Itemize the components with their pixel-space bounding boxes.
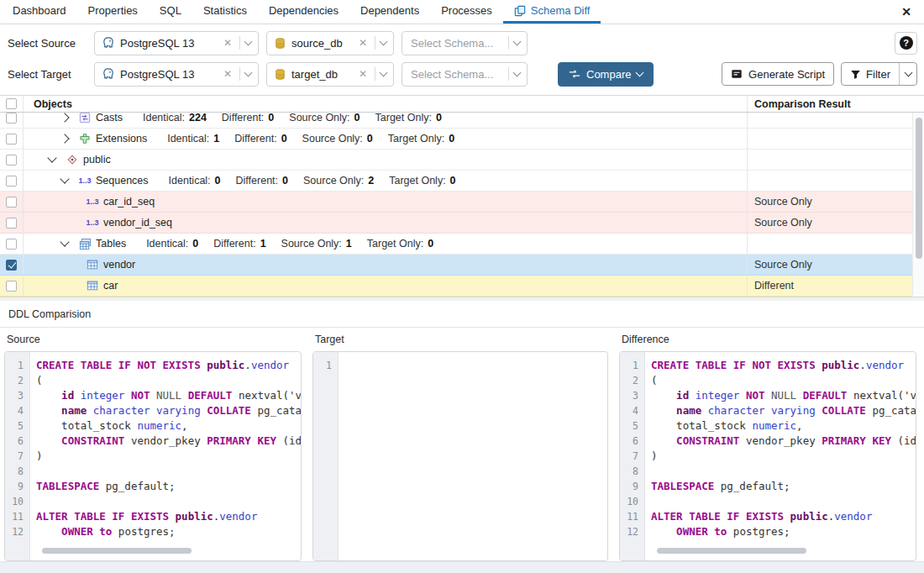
tab-properties[interactable]: Properties	[77, 0, 149, 24]
extensions-icon	[78, 133, 92, 145]
select-all-checkbox[interactable]	[6, 98, 17, 109]
grid-row[interactable]: TablesIdentical:0Different:1Source Only:…	[0, 234, 924, 255]
tab-sql[interactable]: SQL	[149, 0, 192, 24]
filter-label: Filter	[866, 68, 890, 81]
chevron-down-icon[interactable]	[244, 68, 253, 76]
generate-script-label: Generate Script	[748, 68, 825, 81]
source-database-select[interactable]: source_db ✕	[266, 31, 394, 55]
schema-diff-icon	[514, 5, 526, 17]
target-database-select[interactable]: target_db ✕	[266, 62, 394, 87]
postgresql-server-icon	[102, 67, 115, 81]
tab-schema-diff[interactable]: Schema Diff	[503, 0, 601, 24]
select-target-row: Select Target PostgreSQL 13 ✕ target_db …	[0, 60, 924, 88]
code-line: OWNER to postgres;	[36, 524, 301, 539]
stat-identical: Identical:0	[146, 238, 198, 250]
difference-ddl-panel: Difference 123456789101112CREATE TABLE I…	[619, 328, 916, 561]
row-checkbox-cell	[0, 276, 24, 296]
chevron-down-icon[interactable]	[380, 68, 388, 76]
grid-row[interactable]: 1..3car_id_seqSource Only	[0, 192, 924, 213]
code-line: id integer NOT NULL DEFAULT nextval('ven…	[651, 388, 916, 403]
target-schema-select[interactable]: Select Schema...	[402, 62, 528, 87]
line-number: 5	[5, 418, 29, 434]
clear-selection-icon[interactable]: ✕	[221, 68, 234, 80]
expand-chevron-icon[interactable]	[60, 134, 69, 143]
filter-button[interactable]: Filter	[842, 63, 899, 85]
grid-row[interactable]: CastsIdentical:224Different:0Source Only…	[0, 113, 924, 129]
row-checkbox[interactable]	[6, 197, 17, 208]
line-number: 4	[5, 403, 29, 418]
tab-dashboard[interactable]: Dashboard	[2, 0, 77, 24]
help-button[interactable]: ?	[895, 32, 917, 55]
code-area	[339, 352, 607, 560]
clear-selection-icon[interactable]: ✕	[356, 68, 370, 80]
object-cell: 1..3car_id_seq	[24, 192, 747, 212]
selected-server-value: PostgreSQL 13	[120, 68, 194, 81]
chevron-down-icon[interactable]	[513, 37, 522, 45]
clear-selection-icon[interactable]: ✕	[221, 37, 234, 49]
target-code-editor[interactable]: 1	[312, 351, 608, 561]
line-number: 11	[620, 509, 644, 524]
target-panel-label: Target	[312, 328, 608, 351]
difference-code-editor[interactable]: 123456789101112CREATE TABLE IF NOT EXIST…	[619, 351, 916, 561]
code-line: CREATE TABLE IF NOT EXISTS public.vendor	[651, 358, 916, 373]
vertical-scrollbar-thumb[interactable]	[916, 118, 922, 259]
row-checkbox[interactable]	[6, 176, 17, 187]
stat-source-only: Source Only:1	[281, 238, 352, 250]
generate-script-button[interactable]: Generate Script	[722, 62, 834, 86]
code-line	[36, 494, 301, 509]
objects-column-header[interactable]: Objects	[24, 98, 747, 110]
row-checkbox[interactable]	[6, 134, 17, 145]
line-number: 7	[5, 449, 29, 464]
tab-statistics[interactable]: Statistics	[192, 0, 258, 24]
horizontal-scrollbar-thumb[interactable]	[42, 548, 192, 554]
row-checkbox[interactable]	[6, 260, 17, 271]
collapse-chevron-icon[interactable]	[60, 174, 69, 183]
comparison-result-cell: Source Only	[747, 192, 912, 212]
chevron-down-icon[interactable]	[380, 37, 388, 45]
object-cell: ExtensionsIdentical:1Different:0Source O…	[24, 129, 747, 149]
grid-row[interactable]: 1..3vendor_id_seqSource Only	[0, 213, 924, 234]
tab-dependents[interactable]: Dependents	[349, 0, 430, 24]
grid-row[interactable]: 1..3SequencesIdentical:0Different:0Sourc…	[0, 171, 924, 192]
row-checkbox[interactable]	[6, 155, 17, 166]
row-checkbox[interactable]	[6, 239, 17, 250]
line-number: 1	[5, 358, 29, 373]
line-number: 10	[5, 494, 29, 509]
row-checkbox[interactable]	[6, 113, 17, 124]
object-cell: CastsIdentical:224Different:0Source Only…	[24, 113, 747, 128]
chevron-down-icon[interactable]	[513, 68, 522, 76]
tab-dependencies[interactable]: Dependencies	[258, 0, 349, 24]
sequence-icon: 1..3	[86, 218, 99, 227]
stat-target-only: Target Only:0	[367, 238, 433, 250]
difference-panel-label: Difference	[619, 328, 916, 351]
row-checkbox[interactable]	[6, 218, 17, 229]
expand-chevron-icon[interactable]	[60, 113, 69, 122]
source-code-editor[interactable]: 123456789101112CREATE TABLE IF NOT EXIST…	[4, 351, 302, 561]
tab-label: Processes	[441, 4, 492, 17]
clear-selection-icon[interactable]: ✕	[356, 37, 370, 49]
target-server-select[interactable]: PostgreSQL 13 ✕	[94, 62, 259, 87]
close-panel-icon[interactable]: ✕	[889, 0, 924, 24]
help-icon: ?	[900, 36, 913, 50]
stat-target-only: Target Only:0	[389, 175, 455, 187]
stat-source-only: Source Only:0	[289, 113, 360, 124]
tab-processes[interactable]: Processes	[430, 0, 503, 24]
collapse-chevron-icon[interactable]	[60, 237, 69, 246]
grid-row[interactable]: public	[0, 150, 924, 171]
comparison-result-column-header[interactable]: Comparison Result	[747, 96, 912, 112]
row-checkbox[interactable]	[6, 281, 17, 292]
comparison-stats: Identical:0Different:0Source Only:2Targe…	[169, 175, 471, 187]
filter-dropdown-button[interactable]	[899, 63, 916, 85]
source-server-select[interactable]: PostgreSQL 13 ✕	[94, 31, 259, 55]
tab-label: SQL	[160, 4, 181, 17]
chevron-down-icon[interactable]	[244, 37, 253, 45]
source-schema-select[interactable]: Select Schema...	[402, 31, 528, 55]
horizontal-scrollbar-thumb[interactable]	[657, 548, 806, 554]
grid-row[interactable]: ExtensionsIdentical:1Different:0Source O…	[0, 129, 924, 150]
collapse-chevron-icon[interactable]	[47, 153, 56, 162]
compare-button[interactable]: Compare	[558, 62, 654, 87]
grid-row[interactable]: vendorSource Only	[0, 255, 924, 276]
vertical-scrollbar[interactable]	[912, 113, 924, 297]
target-ddl-panel: Target 1	[312, 328, 608, 561]
grid-row[interactable]: carDifferent	[0, 276, 924, 297]
